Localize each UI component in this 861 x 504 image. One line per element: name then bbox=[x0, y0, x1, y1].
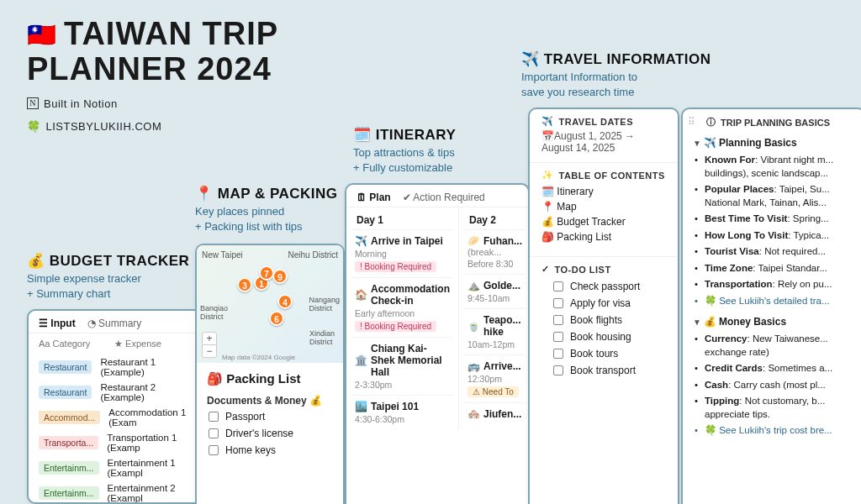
budget-card[interactable]: ☰ Input ◔ Summary Aa Category ★ Expense … bbox=[27, 309, 210, 504]
packing-group-title: Documents & Money 💰 bbox=[197, 390, 343, 408]
item-title: Arrive... bbox=[483, 360, 521, 372]
itinerary-item[interactable]: 🥟Fuhan...(break...Before 8:30 bbox=[464, 229, 526, 274]
table-row[interactable]: Accommod...Accommodation 1 (Exam bbox=[29, 405, 209, 430]
checklist-item[interactable]: Home keys bbox=[197, 442, 343, 459]
expense-cell: Transportation 1 (Examp bbox=[107, 433, 198, 453]
notion-icon: N bbox=[27, 97, 39, 109]
checkbox[interactable] bbox=[553, 298, 563, 308]
map-pin-9[interactable]: 9 bbox=[272, 269, 288, 284]
toc-link[interactable]: 🗓️ Itinerary bbox=[541, 184, 666, 199]
item-time: Morning bbox=[355, 249, 450, 259]
checkbox[interactable] bbox=[553, 349, 563, 359]
map-pin-3[interactable]: 3 bbox=[237, 277, 252, 292]
map-packing-card[interactable]: New Taipei Neihu District NangangDistric… bbox=[195, 244, 345, 504]
item-time: Early afternoon bbox=[355, 308, 450, 318]
item-time: 4:30-6:30pm bbox=[355, 414, 450, 424]
basics-item: Known For: Vibrant night m... buildings)… bbox=[695, 152, 859, 181]
toc-link[interactable]: 🎒 Packing List bbox=[541, 229, 666, 244]
item-title: Fuhan... bbox=[483, 235, 522, 247]
itinerary-item[interactable]: ⛰️Golde...9:45-10am bbox=[464, 274, 526, 308]
item-icon: 🏠 bbox=[355, 289, 367, 301]
checklist-item[interactable]: Passport bbox=[197, 408, 343, 425]
see-more-link[interactable]: 🍀 See Lukiih's trip cost bre... bbox=[695, 423, 859, 439]
itinerary-card[interactable]: 🗓 Plan ✔ Action Required Day 1✈️Arrive i… bbox=[345, 183, 530, 504]
itinerary-item[interactable]: 🏘️Jiufen... bbox=[464, 402, 526, 425]
trip-basics-card[interactable]: ⠿ ⓘTRIP PLANNING BASICS ✈️ Planning Basi… bbox=[681, 108, 861, 504]
status-badge: ⚠ Need To bbox=[467, 386, 519, 397]
map-pin-6[interactable]: 6 bbox=[269, 311, 284, 326]
table-row[interactable]: RestaurantRestaurant 1 (Example) bbox=[29, 354, 209, 380]
todo-label: Book housing bbox=[570, 331, 631, 343]
itinerary-item[interactable]: 🚌Arrive...12:30pm⚠ Need To bbox=[464, 354, 526, 402]
todo-item[interactable]: Book flights bbox=[541, 312, 666, 328]
item-title: Taipei 101 bbox=[371, 401, 419, 412]
basics-group-toggle[interactable]: ✈️ Planning Basics bbox=[683, 134, 861, 152]
todo-item[interactable]: Check passport bbox=[541, 278, 666, 295]
basics-item: Credit Cards: Sometimes a... bbox=[695, 360, 859, 377]
todo-item[interactable]: Book transport bbox=[541, 362, 666, 379]
map-zoom[interactable]: +− bbox=[202, 332, 217, 358]
item-title: Accommodation Check-in bbox=[371, 283, 450, 307]
table-row[interactable]: RestaurantRestaurant 2 (Example) bbox=[29, 380, 209, 405]
travel-sidebar-card[interactable]: ✈️TRAVEL DATES 📅August 1, 2025 → August … bbox=[528, 108, 679, 504]
toc-link[interactable]: 💰 Budget Tracker bbox=[541, 214, 666, 229]
basics-group-toggle[interactable]: 💰 Money Basics bbox=[683, 312, 861, 331]
itinerary-item[interactable]: ✈️Arrive in TaipeiMorning! Booking Requi… bbox=[351, 229, 453, 277]
table-row[interactable]: Entertainm...Entertainment 1 (Exampl bbox=[29, 455, 209, 480]
checklist-item[interactable]: Driver's license bbox=[197, 425, 343, 442]
checkbox[interactable] bbox=[553, 332, 563, 342]
map-pin-7[interactable]: 7 bbox=[259, 265, 274, 281]
tab-summary[interactable]: ◔ Summary bbox=[87, 318, 142, 329]
drag-handle-icon[interactable]: ⠿ bbox=[688, 116, 694, 128]
table-row[interactable]: Transporta...Transportation 1 (Examp bbox=[29, 430, 209, 455]
check-icon: ✓ bbox=[541, 264, 550, 275]
page-header: 🇹🇼TAIWAN TRIP PLANNER 2024 N Built in No… bbox=[27, 17, 278, 133]
map-view[interactable]: New Taipei Neihu District NangangDistric… bbox=[197, 245, 343, 363]
expense-cell: Restaurant 2 (Example) bbox=[100, 382, 198, 402]
todo-label: Book flights bbox=[570, 314, 622, 326]
checkbox[interactable] bbox=[553, 365, 563, 375]
map-pin-4[interactable]: 4 bbox=[277, 294, 293, 309]
todo-label: Apply for visa bbox=[570, 297, 631, 309]
flag-icon: 🇹🇼 bbox=[27, 22, 57, 48]
checkbox[interactable] bbox=[553, 315, 563, 325]
site-line[interactable]: 🍀 LISTSBYLUKIIH.COM bbox=[27, 120, 278, 133]
checkbox[interactable] bbox=[209, 428, 219, 438]
item-icon: 🏙️ bbox=[355, 401, 367, 412]
todo-item[interactable]: Book tours bbox=[541, 345, 666, 362]
checkbox[interactable] bbox=[553, 281, 563, 291]
itinerary-item[interactable]: 🏛️Chiang Kai-Shek Memorial Hall2-3:30pm bbox=[351, 337, 453, 395]
itinerary-item[interactable]: 🏙️Taipei 1014:30-6:30pm bbox=[351, 395, 453, 429]
status-badge: ! Booking Required bbox=[355, 261, 436, 272]
sparkle-icon: ✨ bbox=[541, 170, 554, 181]
checkbox[interactable] bbox=[209, 412, 219, 422]
todo-item[interactable]: Book housing bbox=[541, 328, 666, 345]
itinerary-item[interactable]: 🍵Teapo... hike10am-12pm bbox=[464, 308, 526, 354]
checklist-label: Home keys bbox=[225, 444, 276, 456]
expense-cell: Accommodation 1 (Exam bbox=[108, 407, 198, 428]
section-label-info: ✈️ TRAVEL INFORMATION Important Informat… bbox=[521, 50, 711, 99]
todo-item[interactable]: Apply for visa bbox=[541, 295, 666, 312]
map-credit: Map data ©2024 Google bbox=[222, 354, 295, 361]
item-icon: 🥟 bbox=[467, 235, 480, 247]
basics-item: Cash: Carry cash (most pl... bbox=[695, 377, 859, 394]
itinerary-day-column: Day 1✈️Arrive in TaipeiMorning! Booking … bbox=[346, 207, 459, 429]
built-in-line: N Built in Notion bbox=[27, 97, 278, 110]
checkbox[interactable] bbox=[209, 445, 219, 455]
basics-item: Currency: New Taiwanese... exchange rate… bbox=[695, 331, 859, 360]
item-time: 9:45-10am bbox=[467, 293, 522, 303]
basics-item: Time Zone: Taipei Standar... bbox=[695, 260, 859, 277]
checklist-label: Driver's license bbox=[225, 428, 293, 439]
itinerary-item[interactable]: 🏠Accommodation Check-inEarly afternoon! … bbox=[351, 277, 453, 337]
clover-icon: 🍀 bbox=[27, 120, 41, 133]
tab-action-required[interactable]: ✔ Action Required bbox=[403, 192, 485, 203]
item-title: Jiufen... bbox=[483, 408, 521, 420]
table-row[interactable]: Entertainm...Entertainment 2 (Exampl bbox=[29, 480, 209, 504]
tab-plan[interactable]: 🗓 Plan bbox=[357, 192, 391, 203]
see-more-link[interactable]: 🍀 See Lukiih's detailed tra... bbox=[695, 293, 859, 310]
item-title: Golde... bbox=[483, 280, 520, 291]
tab-input[interactable]: ☰ Input bbox=[39, 318, 76, 329]
toc-link[interactable]: 📍 Map bbox=[541, 199, 666, 214]
expense-cell: Entertainment 2 (Exampl bbox=[108, 483, 198, 503]
item-time: Before 8:30 bbox=[467, 259, 522, 269]
